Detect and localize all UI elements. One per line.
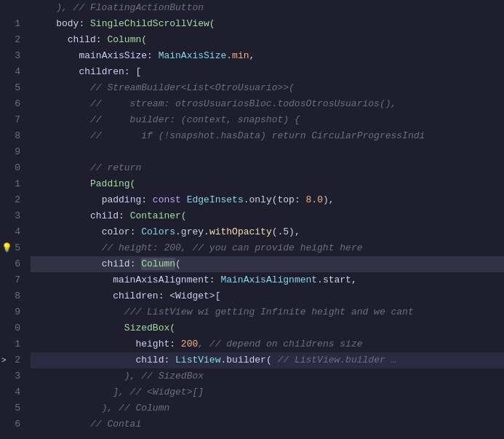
line-number-13: 3 bbox=[0, 208, 25, 224]
line-number-3: 3 bbox=[0, 48, 25, 64]
line-number-8: 8 bbox=[0, 128, 25, 144]
code-line-15: // height: 200, // you can provide heigh… bbox=[31, 240, 504, 256]
code-line-9 bbox=[31, 144, 504, 160]
code-line-2: child: Column( bbox=[31, 32, 504, 48]
line-numbers: 12345678901234💡5678901>23456 bbox=[0, 0, 31, 439]
code-line-21: height: 200, // depend on childrens size bbox=[31, 336, 504, 352]
code-line-24: ], // <Widget>[] bbox=[31, 384, 504, 400]
code-line-25: ), // Column bbox=[31, 400, 504, 416]
line-number-4: 4 bbox=[0, 64, 25, 80]
line-number-7: 7 bbox=[0, 112, 25, 128]
code-line-4: children: [ bbox=[31, 64, 504, 80]
line-number-25: 5 bbox=[0, 400, 25, 416]
code-line-19: /// ListView wi getting Infinite height … bbox=[31, 304, 504, 320]
line-number-2: 2 bbox=[0, 32, 25, 48]
code-line-0: ), // FloatingActionButton bbox=[31, 0, 504, 16]
line-number-5: 5 bbox=[0, 80, 25, 96]
code-line-13: child: Container( bbox=[31, 208, 504, 224]
line-number-19: 9 bbox=[0, 304, 25, 320]
code-line-14: color: Colors.grey.withOpacity(.5), bbox=[31, 224, 504, 240]
code-line-8: // if (!snapshot.hasData) return Circula… bbox=[31, 128, 504, 144]
code-line-26: // Contai bbox=[31, 416, 504, 432]
line-number-6: 6 bbox=[0, 96, 25, 112]
code-line-22: child: ListView.builder( // ListView.bui… bbox=[31, 352, 504, 368]
code-editor: 12345678901234💡5678901>23456 ), // Float… bbox=[0, 0, 504, 439]
line-number-12: 2 bbox=[0, 192, 25, 208]
code-line-5: // StreamBuilder<List<OtroUsuario>>( bbox=[31, 80, 504, 96]
line-number-23: 3 bbox=[0, 368, 25, 384]
code-line-23: ), // SizedBox bbox=[31, 368, 504, 384]
line-number-17: 7 bbox=[0, 272, 25, 288]
code-line-7: // builder: (context, snapshot) { bbox=[31, 112, 504, 128]
code-line-17: mainAxisAlignment: MainAxisAlignment.sta… bbox=[31, 272, 504, 288]
code-line-16: child: Column( bbox=[31, 256, 504, 272]
code-line-10: // return bbox=[31, 160, 504, 176]
line-number-26: 6 bbox=[0, 416, 25, 432]
code-line-1: body: SingleChildScrollView( bbox=[31, 16, 504, 32]
line-number-11: 1 bbox=[0, 176, 25, 192]
line-number-9: 9 bbox=[0, 144, 25, 160]
line-number-18: 8 bbox=[0, 288, 25, 304]
line-number-10: 0 bbox=[0, 160, 25, 176]
line-number-22: >2 bbox=[0, 352, 25, 368]
line-number-0 bbox=[0, 0, 25, 16]
line-number-1: 1 bbox=[0, 16, 25, 32]
code-line-3: mainAxisSize: MainAxisSize.min, bbox=[31, 48, 504, 64]
line-number-15: 💡5 bbox=[0, 240, 25, 256]
line-number-21: 1 bbox=[0, 336, 25, 352]
line-number-24: 4 bbox=[0, 384, 25, 400]
code-line-6: // stream: otrosUsuariosBloc.todosOtrosU… bbox=[31, 96, 504, 112]
code-line-18: children: <Widget>[ bbox=[31, 288, 504, 304]
code-content[interactable]: ), // FloatingActionButton body: SingleC… bbox=[31, 0, 504, 439]
line-number-16: 6 bbox=[0, 256, 25, 272]
line-number-20: 0 bbox=[0, 320, 25, 336]
code-line-12: padding: const EdgeInsets.only(top: 8.0)… bbox=[31, 192, 504, 208]
code-line-11: Padding( bbox=[31, 176, 504, 192]
line-number-14: 4 bbox=[0, 224, 25, 240]
code-line-20: SizedBox( bbox=[31, 320, 504, 336]
